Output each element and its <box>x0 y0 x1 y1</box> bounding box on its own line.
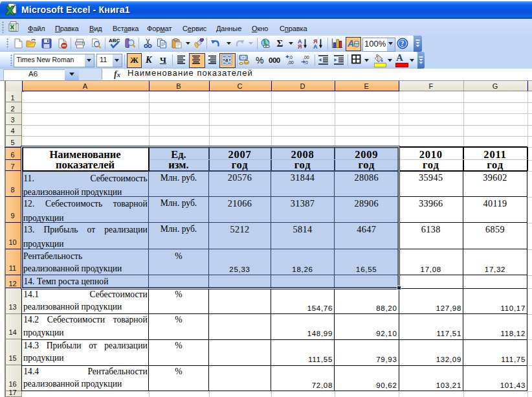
svg-text:,00: ,00 <box>287 60 294 65</box>
svg-text:A: A <box>348 38 354 49</box>
svg-text:,00: ,00 <box>303 55 309 60</box>
svg-text:Σ: Σ <box>277 38 283 49</box>
svg-text:,0: ,0 <box>289 55 293 60</box>
svg-text:А: А <box>313 43 318 49</box>
svg-text:Я: Я <box>298 43 302 49</box>
svg-text:?: ? <box>400 40 404 47</box>
